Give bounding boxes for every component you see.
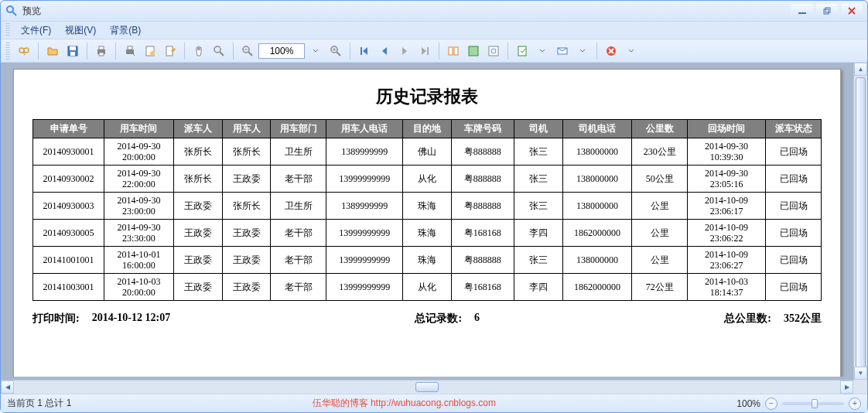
- column-header: 回场时间: [688, 120, 766, 138]
- page-setup-icon[interactable]: [141, 42, 159, 60]
- scroll-down-icon[interactable]: ▼: [854, 367, 867, 380]
- table-cell: 2014-09-30 23:30:00: [104, 220, 174, 247]
- restore-button[interactable]: [816, 4, 838, 18]
- column-header: 车牌号码: [451, 120, 514, 138]
- svg-rect-34: [469, 46, 478, 56]
- table-cell: 老干部: [271, 166, 326, 193]
- table-cell: 138000000: [562, 166, 632, 193]
- table-cell: 2014-10-09 23:06:17: [688, 193, 766, 220]
- svg-rect-17: [128, 46, 132, 49]
- print-time-value: 2014-10-12 12:07: [92, 312, 171, 326]
- table-cell: 王政委: [222, 247, 271, 274]
- svg-line-25: [248, 52, 252, 56]
- table-cell: 珠海: [403, 193, 452, 220]
- email-icon[interactable]: [553, 42, 572, 60]
- table-cell: 138000000: [562, 247, 632, 274]
- scroll-right-icon[interactable]: ▶: [840, 381, 853, 394]
- print-quick-icon[interactable]: [121, 42, 139, 60]
- table-cell: 张三: [514, 138, 562, 166]
- search-icon[interactable]: [15, 42, 33, 60]
- horizontal-scroll-thumb[interactable]: [415, 382, 439, 392]
- table-cell: 卫生所: [271, 138, 326, 166]
- zoom-in-icon[interactable]: [326, 42, 345, 60]
- first-page-icon[interactable]: [355, 42, 374, 60]
- table-cell: 张所长: [173, 166, 222, 193]
- table-cell: 已回场: [766, 193, 822, 220]
- watermark-icon[interactable]: [484, 42, 503, 60]
- svg-line-22: [220, 52, 224, 56]
- total-records-value: 6: [474, 312, 480, 326]
- vertical-scrollbar[interactable]: ▲ ▼: [853, 63, 867, 380]
- zoom-out-icon[interactable]: [238, 42, 257, 60]
- table-cell: 2014-09-30 23:00:00: [104, 193, 174, 220]
- svg-rect-14: [99, 46, 104, 49]
- table-cell: 已回场: [766, 247, 822, 274]
- zoom-in-button[interactable]: +: [849, 398, 861, 410]
- window-title: 预览: [22, 5, 791, 18]
- zoom-dropdown-icon[interactable]: [306, 42, 325, 60]
- table-cell: 13999999999: [326, 220, 403, 247]
- svg-rect-11: [70, 46, 76, 50]
- table-cell: 2014-09-30 22:00:00: [104, 166, 174, 193]
- hand-tool-icon[interactable]: [190, 42, 208, 60]
- table-cell: 张所长: [222, 193, 271, 220]
- email-dropdown-icon[interactable]: [573, 42, 592, 60]
- table-cell: 13999999999: [326, 247, 403, 274]
- table-cell: 张三: [514, 193, 562, 220]
- table-cell: 已回场: [766, 166, 822, 193]
- statusbar: 当前页 1 总计 1 伍华聪的博客 http://wuhuacong.cnblo…: [1, 394, 867, 412]
- zoom-out-button[interactable]: −: [765, 398, 777, 410]
- table-cell: 1862000000: [562, 220, 632, 247]
- table-cell: 138000000: [562, 138, 632, 166]
- multipage-icon[interactable]: [444, 42, 463, 60]
- next-page-icon[interactable]: [395, 42, 414, 60]
- total-km-label: 总公里数:: [724, 312, 771, 326]
- minimize-button[interactable]: [791, 4, 813, 18]
- scroll-container[interactable]: 历史记录报表 申请单号用车时间派车人用车人用车部门用车人电话目的地车牌号码司机司…: [4, 66, 850, 377]
- scrollbar-corner: [853, 380, 867, 394]
- table-row: 201409300052014-09-30 23:30:00王政委王政委老干部1…: [33, 220, 822, 247]
- column-header: 申请单号: [33, 120, 104, 138]
- vertical-scroll-thumb[interactable]: [856, 77, 866, 371]
- table-cell: 13999999999: [326, 166, 403, 193]
- open-icon[interactable]: [43, 42, 62, 60]
- print-time-label: 打印时间:: [32, 312, 80, 326]
- svg-rect-4: [825, 8, 830, 12]
- magnifier-icon[interactable]: [210, 42, 228, 60]
- menu-file[interactable]: 文件(F): [15, 22, 57, 39]
- export-dropdown-icon[interactable]: [533, 42, 552, 60]
- export-doc-icon[interactable]: [513, 42, 531, 60]
- app-icon: [5, 5, 18, 17]
- column-header: 用车时间: [104, 120, 174, 138]
- column-header: 派车人: [173, 120, 222, 138]
- scroll-up-icon[interactable]: ▲: [854, 63, 867, 76]
- table-cell: 张所长: [222, 138, 271, 166]
- close-preview-icon[interactable]: [602, 42, 620, 60]
- table-cell: 公里: [632, 220, 688, 247]
- close-button[interactable]: [841, 4, 863, 18]
- menu-background[interactable]: 背景(B): [104, 22, 147, 39]
- background-color-icon[interactable]: [464, 42, 483, 60]
- report-table: 申请单号用车时间派车人用车人用车部门用车人电话目的地车牌号码司机司机电话公里数回…: [32, 119, 822, 301]
- table-row: 201410030012014-10-03 20:00:00王政委王政委老干部1…: [33, 274, 822, 301]
- close-dropdown-icon[interactable]: [622, 42, 641, 60]
- menu-view[interactable]: 视图(V): [59, 22, 102, 39]
- zoom-slider-thumb[interactable]: [812, 399, 818, 408]
- zoom-input[interactable]: [258, 43, 305, 59]
- horizontal-scrollbar[interactable]: ◀ ▶: [1, 380, 853, 394]
- svg-rect-33: [454, 47, 458, 55]
- print-icon[interactable]: [92, 42, 111, 60]
- edit-page-icon[interactable]: [161, 42, 179, 60]
- column-header: 派车状态: [766, 120, 822, 138]
- save-icon[interactable]: [63, 42, 82, 60]
- table-cell: 粤168168: [451, 220, 514, 247]
- table-cell: 粤888888: [451, 193, 514, 220]
- scroll-left-icon[interactable]: ◀: [1, 381, 14, 394]
- table-cell: 2014-10-09 23:06:27: [688, 247, 766, 274]
- last-page-icon[interactable]: [415, 42, 434, 60]
- zoom-slider[interactable]: [782, 402, 844, 405]
- total-records-label: 总记录数:: [415, 312, 462, 326]
- prev-page-icon[interactable]: [375, 42, 394, 60]
- table-cell: 粤168168: [451, 274, 514, 301]
- table-cell: 20140930002: [33, 166, 104, 193]
